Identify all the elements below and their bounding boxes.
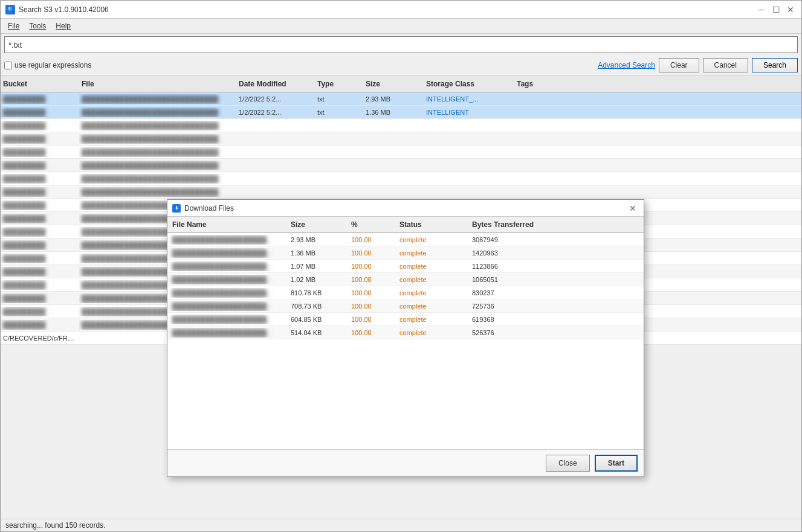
app-title: Search S3 v1.0.9010.42006: [19, 5, 109, 14]
d-cell-pct: 100.00: [349, 315, 397, 324]
d-cell-bytes: 725736: [470, 301, 560, 311]
regex-label: use regular expressions: [15, 61, 91, 69]
dialog-title-left: ⬇ Download Files: [172, 204, 234, 213]
d-cell-bytes: 619368: [470, 315, 560, 324]
d-cell-pct: 100.00: [349, 235, 397, 245]
app-icon: 🔍: [5, 5, 15, 14]
d-cell-status: complete: [397, 248, 470, 258]
d-cell-size: 708.73 KB: [288, 301, 349, 311]
dialog-row[interactable]: ████████████████████... 514.04 KB 100.00…: [167, 326, 644, 339]
d-cell-size: 1.02 MB: [288, 275, 349, 284]
d-cell-name: ████████████████████...: [167, 288, 288, 298]
d-cell-pct: 100.00: [349, 288, 397, 298]
minimize-button[interactable]: ─: [755, 4, 768, 16]
d-cell-status: complete: [397, 328, 470, 338]
d-header-size: Size: [288, 219, 349, 230]
status-bar: searching... found 150 records.: [1, 519, 801, 531]
dialog-row[interactable]: ████████████████████... 708.73 KB 100.00…: [167, 300, 644, 313]
search-input[interactable]: [8, 40, 794, 50]
results-area: Bucket File Date Modified Type Size Stor…: [1, 75, 801, 519]
menu-file[interactable]: File: [3, 20, 24, 32]
d-cell-pct: 100.00: [349, 248, 397, 258]
d-header-bytes: Bytes Transferred: [470, 219, 560, 230]
title-bar-left: 🔍 Search S3 v1.0.9010.42006: [5, 5, 109, 14]
d-cell-name: ████████████████████...: [167, 315, 288, 324]
d-cell-bytes: 3067949: [470, 235, 560, 245]
d-cell-bytes: 830237: [470, 288, 560, 298]
d-cell-pct: 100.00: [349, 328, 397, 338]
status-text: searching... found 150 records.: [5, 521, 105, 530]
d-cell-size: 604.85 KB: [288, 315, 349, 324]
dialog-icon: ⬇: [172, 204, 181, 213]
toolbar: use regular expressions Advanced Search …: [1, 56, 801, 75]
main-window: 🔍 Search S3 v1.0.9010.42006 ─ ☐ ✕ File T…: [0, 0, 802, 532]
d-cell-status: complete: [397, 288, 470, 298]
title-bar: 🔍 Search S3 v1.0.9010.42006 ─ ☐ ✕: [1, 1, 801, 19]
menu-bar: File Tools Help: [1, 19, 801, 34]
d-cell-name: ████████████████████...: [167, 275, 288, 284]
d-cell-status: complete: [397, 315, 470, 324]
d-header-pct: %: [349, 219, 397, 230]
dialog-table-header: File Name Size % Status Bytes Transferre…: [167, 217, 644, 233]
d-header-status: Status: [397, 219, 470, 230]
search-button[interactable]: Search: [752, 58, 798, 72]
regex-checkbox[interactable]: [4, 62, 12, 69]
d-cell-name: ████████████████████...: [167, 328, 288, 338]
title-bar-controls: ─ ☐ ✕: [755, 4, 797, 16]
menu-tools[interactable]: Tools: [24, 20, 51, 32]
d-cell-bytes: 1420963: [470, 248, 560, 258]
d-cell-size: 514.04 KB: [288, 328, 349, 338]
dialog-row[interactable]: ████████████████████... 1.02 MB 100.00 c…: [167, 273, 644, 286]
d-cell-size: 1.36 MB: [288, 248, 349, 258]
dialog-row[interactable]: ████████████████████... 604.85 KB 100.00…: [167, 313, 644, 326]
d-cell-bytes: 1123866: [470, 261, 560, 271]
d-cell-name: ████████████████████...: [167, 248, 288, 258]
d-cell-bytes: 526376: [470, 328, 560, 338]
dialog-row[interactable]: ████████████████████... 2.93 MB 100.00 c…: [167, 233, 644, 246]
d-cell-status: complete: [397, 235, 470, 245]
d-cell-status: complete: [397, 275, 470, 284]
clear-button[interactable]: Clear: [659, 58, 699, 72]
d-cell-status: complete: [397, 301, 470, 311]
d-cell-pct: 100.00: [349, 301, 397, 311]
dialog-row[interactable]: ████████████████████... 810.78 KB 100.00…: [167, 286, 644, 300]
d-cell-name: ████████████████████...: [167, 261, 288, 271]
maximize-button[interactable]: ☐: [770, 4, 782, 16]
cancel-button[interactable]: Cancel: [703, 58, 748, 72]
d-cell-pct: 100.00: [349, 261, 397, 271]
d-cell-size: 1.07 MB: [288, 261, 349, 271]
dialog-table-body: ████████████████████... 2.93 MB 100.00 c…: [167, 233, 644, 449]
search-bar-container: [4, 36, 798, 53]
d-cell-name: ████████████████████...: [167, 301, 288, 311]
dialog-close-icon[interactable]: ✕: [627, 202, 639, 214]
menu-help[interactable]: Help: [51, 20, 76, 32]
close-button[interactable]: ✕: [784, 4, 797, 16]
advanced-search-link[interactable]: Advanced Search: [598, 61, 655, 69]
d-cell-size: 810.78 KB: [288, 288, 349, 298]
dialog-overlay: ⬇ Download Files ✕ File Name Size % Stat…: [1, 75, 801, 519]
d-header-name: File Name: [167, 219, 288, 230]
download-dialog: ⬇ Download Files ✕ File Name Size % Stat…: [167, 199, 644, 477]
dialog-row[interactable]: ████████████████████... 1.07 MB 100.00 c…: [167, 260, 644, 273]
dialog-title: Download Files: [184, 204, 234, 213]
dialog-footer: Close Start: [167, 449, 644, 476]
d-cell-status: complete: [397, 261, 470, 271]
d-cell-size: 2.93 MB: [288, 235, 349, 245]
d-cell-name: ████████████████████...: [167, 235, 288, 245]
dialog-start-button[interactable]: Start: [595, 455, 638, 472]
dialog-row[interactable]: ████████████████████... 1.36 MB 100.00 c…: [167, 246, 644, 260]
regex-checkbox-label[interactable]: use regular expressions: [4, 61, 91, 69]
dialog-title-bar: ⬇ Download Files ✕: [167, 200, 644, 217]
dialog-close-button[interactable]: Close: [546, 455, 590, 472]
d-cell-pct: 100.00: [349, 275, 397, 284]
d-cell-bytes: 1065051: [470, 275, 560, 284]
